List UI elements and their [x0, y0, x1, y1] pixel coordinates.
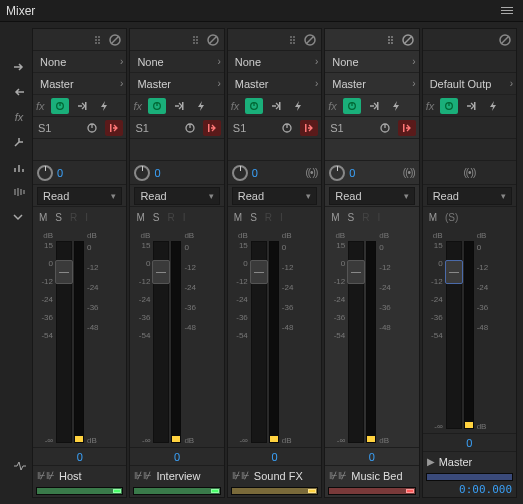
automation-mode-select[interactable]: Read▾ [427, 187, 512, 205]
send-power-button[interactable] [83, 120, 101, 136]
lightning-icon[interactable] [95, 98, 113, 114]
svg-point-17 [196, 36, 198, 38]
output-select[interactable]: Master› [33, 73, 126, 95]
fx-prefader-icon[interactable] [73, 98, 91, 114]
svg-rect-49 [474, 102, 476, 110]
track-sound-fx[interactable]: None› Master› fx S1 0((•)) Read▾ MSRI [227, 28, 322, 498]
fx-prefader-icon[interactable] [170, 98, 188, 114]
lightning-icon[interactable] [387, 98, 405, 114]
fx-power-button[interactable] [343, 98, 361, 114]
fader[interactable] [251, 241, 267, 443]
send-power-button[interactable] [278, 120, 296, 136]
fader-handle[interactable] [55, 260, 73, 284]
circle-slash-icon[interactable] [498, 33, 512, 47]
input-select[interactable]: None› [325, 51, 418, 73]
volume-value[interactable]: 0 [33, 447, 126, 465]
track-type-row-icon[interactable] [6, 455, 32, 477]
fx-prefader-icon[interactable] [365, 98, 383, 114]
send-prefader-button[interactable] [300, 120, 318, 136]
lightning-icon[interactable] [289, 98, 307, 114]
automation-mode-select[interactable]: Read▾ [134, 187, 219, 205]
drag-icon [94, 35, 104, 45]
svg-point-37 [388, 39, 390, 41]
input-select[interactable]: None› [228, 51, 321, 73]
track-interview[interactable]: None› Master› fx S1 0 Read▾ MSRI [129, 28, 224, 498]
lightning-icon[interactable] [484, 98, 502, 114]
automation-mode-select[interactable]: Read▾ [232, 187, 317, 205]
automation-mode-select[interactable]: Read▾ [329, 187, 414, 205]
svg-point-15 [193, 39, 195, 41]
send-power-button[interactable] [376, 120, 394, 136]
fx-prefader-icon[interactable] [267, 98, 285, 114]
panel-menu-icon[interactable] [497, 3, 517, 18]
track-color[interactable] [328, 487, 415, 495]
solo-button[interactable]: S [55, 212, 62, 223]
sends-row-icon[interactable] [6, 131, 32, 153]
pan-knob[interactable] [232, 165, 248, 181]
track-master[interactable]: Default Outp› fx ((•)) Read▾ M(S) dB150-… [422, 28, 517, 498]
lightning-icon[interactable] [192, 98, 210, 114]
circle-slash-icon[interactable] [303, 33, 317, 47]
track-color[interactable] [426, 473, 513, 481]
track-color[interactable] [36, 487, 123, 495]
automation-row-icon[interactable] [6, 206, 32, 228]
record-button[interactable]: R [70, 212, 77, 223]
timecode[interactable]: 0:00.000 [423, 483, 516, 497]
svg-point-7 [98, 39, 100, 41]
input-select[interactable]: None› [33, 51, 126, 73]
master-output-select[interactable]: Default Outp› [423, 73, 516, 95]
fader[interactable] [446, 241, 462, 429]
track-music-bed[interactable]: None› Master› fx S1 0((•)) Read▾ MSRI [324, 28, 419, 498]
input-select[interactable]: None› [130, 51, 223, 73]
fx-power-button[interactable] [245, 98, 263, 114]
fx-power-button[interactable] [148, 98, 166, 114]
pan-value[interactable]: 0 [57, 167, 63, 179]
pan-knob[interactable] [329, 165, 345, 181]
fader[interactable] [153, 241, 169, 443]
fader[interactable] [348, 241, 364, 443]
output-select[interactable]: Master› [228, 73, 321, 95]
master-icon: ▶ [427, 456, 435, 467]
circle-slash-icon[interactable] [206, 33, 220, 47]
fx-power-button[interactable] [51, 98, 69, 114]
output-row-icon[interactable] [6, 81, 32, 103]
pan-knob[interactable] [37, 165, 53, 181]
automation-mode-select[interactable]: Read▾ [37, 187, 122, 205]
svg-rect-22 [182, 102, 184, 110]
fx-row-icon[interactable]: fx [6, 106, 32, 128]
svg-point-28 [293, 36, 295, 38]
panel-title: Mixer [6, 4, 497, 18]
send-prefader-button[interactable] [203, 120, 221, 136]
send-power-button[interactable] [181, 120, 199, 136]
circle-slash-icon[interactable] [401, 33, 415, 47]
solo-button[interactable]: S [153, 212, 160, 223]
monitor-button[interactable]: I [85, 212, 88, 223]
fx-prefader-icon[interactable] [462, 98, 480, 114]
svg-point-41 [391, 42, 393, 44]
level-meter [269, 241, 279, 443]
track-host[interactable]: None› Master› fx S1 0 [32, 28, 127, 498]
track-name[interactable]: Host [59, 470, 122, 482]
send-name[interactable]: S1 [36, 122, 79, 134]
track-color[interactable] [231, 487, 318, 495]
circle-slash-icon[interactable] [108, 33, 122, 47]
svg-point-19 [196, 42, 198, 44]
svg-rect-33 [279, 102, 281, 110]
mute-button[interactable]: M [136, 212, 144, 223]
send-prefader-button[interactable] [398, 120, 416, 136]
stereo-icon: ((•)) [463, 167, 475, 178]
fader[interactable] [56, 241, 72, 443]
eq-row-icon[interactable] [6, 156, 32, 178]
pan-knob[interactable] [134, 165, 150, 181]
row-labels: fx [6, 28, 32, 498]
track-color[interactable] [133, 487, 220, 495]
pan-row-icon[interactable] [6, 181, 32, 203]
output-select[interactable]: Master› [130, 73, 223, 95]
svg-point-6 [98, 36, 100, 38]
mute-button[interactable]: M [39, 212, 47, 223]
send-prefader-button[interactable] [105, 120, 123, 136]
fx-power-button[interactable] [440, 98, 458, 114]
title-bar: Mixer [0, 0, 523, 22]
input-row-icon[interactable] [6, 56, 32, 78]
output-select[interactable]: Master› [325, 73, 418, 95]
